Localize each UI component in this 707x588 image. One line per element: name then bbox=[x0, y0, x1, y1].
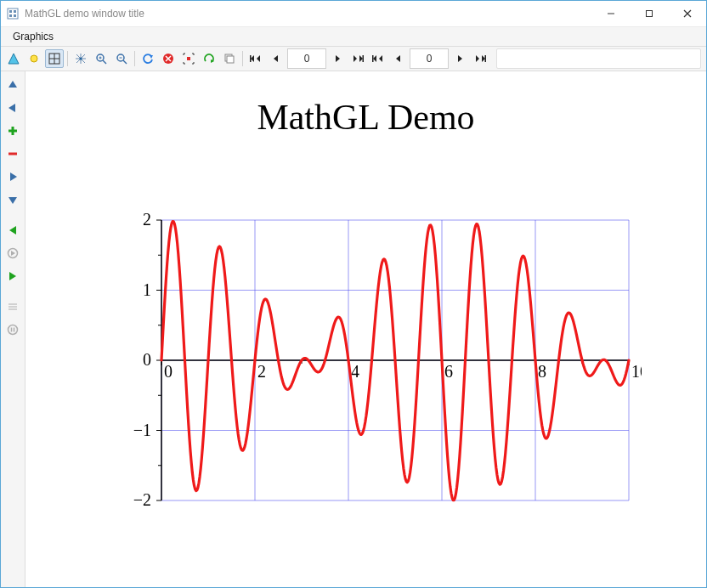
svg-text:1: 1 bbox=[143, 280, 151, 299]
svg-text:0: 0 bbox=[143, 350, 151, 369]
svg-marker-42 bbox=[373, 55, 376, 62]
nav2-last-button[interactable] bbox=[471, 49, 489, 68]
svg-text:10: 10 bbox=[631, 362, 642, 381]
svg-marker-47 bbox=[476, 55, 479, 62]
grid-toggle-button[interactable] bbox=[45, 49, 64, 68]
toolbar-separator bbox=[134, 51, 135, 66]
zoom-minus-button[interactable] bbox=[3, 144, 23, 164]
svg-rect-33 bbox=[227, 56, 234, 63]
zoom-fit-button[interactable] bbox=[179, 49, 198, 68]
plot-canvas[interactable]: MathGL Demo 0246810−2−1012 bbox=[25, 71, 706, 587]
list-button[interactable] bbox=[3, 297, 23, 317]
nav2-first-button[interactable] bbox=[369, 49, 387, 68]
svg-marker-48 bbox=[482, 55, 485, 62]
svg-text:−2: −2 bbox=[133, 490, 151, 509]
app-icon bbox=[6, 7, 20, 20]
svg-marker-38 bbox=[336, 55, 340, 62]
titlebar: MathGL demo window title bbox=[1, 1, 706, 27]
menubar: Graphics bbox=[1, 27, 706, 47]
svg-rect-1 bbox=[9, 10, 12, 13]
minimize-button[interactable] bbox=[591, 1, 630, 26]
svg-marker-50 bbox=[8, 81, 17, 88]
svg-rect-41 bbox=[363, 55, 365, 62]
move-left-button[interactable] bbox=[3, 98, 23, 118]
rotate-button[interactable] bbox=[71, 49, 90, 68]
svg-text:0: 0 bbox=[164, 362, 173, 381]
move-right-button[interactable] bbox=[3, 167, 23, 187]
alpha-button[interactable] bbox=[4, 49, 23, 68]
move-down-button[interactable] bbox=[3, 189, 23, 210]
toolbar-top bbox=[1, 47, 706, 71]
toolbar-spacer bbox=[496, 48, 701, 69]
window-title: MathGL demo window title bbox=[25, 8, 591, 20]
svg-rect-3 bbox=[9, 14, 12, 17]
copy-button[interactable] bbox=[220, 49, 239, 68]
play-back-button[interactable] bbox=[3, 220, 23, 240]
frame-a-input[interactable] bbox=[287, 48, 326, 69]
play-forward-button[interactable] bbox=[3, 266, 23, 286]
svg-text:6: 6 bbox=[444, 362, 453, 381]
svg-text:2: 2 bbox=[143, 210, 151, 229]
stop-button[interactable] bbox=[159, 49, 178, 68]
plot-svg: 0246810−2−1012 bbox=[115, 207, 642, 530]
cycle-button[interactable] bbox=[3, 243, 23, 263]
nav-prev-button[interactable] bbox=[267, 49, 286, 68]
svg-marker-45 bbox=[396, 55, 400, 62]
nav-next-button[interactable] bbox=[328, 49, 347, 68]
svg-text:8: 8 bbox=[538, 362, 546, 381]
svg-marker-37 bbox=[274, 55, 278, 62]
nav-first-button[interactable] bbox=[246, 49, 265, 68]
svg-rect-30 bbox=[187, 57, 190, 60]
frame-b-input[interactable] bbox=[410, 48, 449, 69]
toolbar-separator bbox=[67, 51, 68, 66]
svg-rect-4 bbox=[14, 14, 16, 17]
svg-marker-56 bbox=[8, 197, 17, 204]
redo-button[interactable] bbox=[200, 49, 218, 68]
svg-point-10 bbox=[31, 55, 37, 62]
light-button[interactable] bbox=[25, 49, 43, 68]
svg-marker-57 bbox=[9, 226, 16, 235]
svg-marker-59 bbox=[11, 251, 15, 256]
svg-marker-39 bbox=[354, 55, 357, 62]
svg-rect-43 bbox=[372, 55, 374, 62]
svg-rect-6 bbox=[646, 11, 652, 17]
svg-text:−1: −1 bbox=[133, 421, 151, 439]
svg-marker-36 bbox=[257, 55, 260, 62]
svg-marker-60 bbox=[9, 272, 16, 280]
svg-marker-26 bbox=[150, 55, 153, 59]
svg-line-20 bbox=[103, 60, 106, 64]
svg-rect-0 bbox=[8, 8, 18, 19]
refresh-button[interactable] bbox=[139, 49, 157, 68]
svg-rect-2 bbox=[14, 10, 16, 13]
svg-marker-40 bbox=[359, 55, 363, 62]
menu-graphics[interactable]: Graphics bbox=[8, 29, 59, 44]
svg-marker-44 bbox=[379, 55, 382, 62]
move-up-button[interactable] bbox=[3, 75, 23, 95]
nav2-prev-button[interactable] bbox=[389, 49, 408, 68]
svg-point-18 bbox=[80, 58, 82, 60]
maximize-button[interactable] bbox=[630, 1, 668, 26]
svg-marker-51 bbox=[8, 104, 15, 112]
svg-marker-9 bbox=[8, 54, 19, 64]
toolbar-side bbox=[1, 71, 25, 587]
svg-text:2: 2 bbox=[257, 362, 266, 381]
svg-text:4: 4 bbox=[351, 362, 359, 381]
svg-marker-46 bbox=[458, 55, 462, 62]
svg-marker-55 bbox=[10, 172, 17, 181]
svg-marker-34 bbox=[251, 55, 254, 62]
zoom-plus-button[interactable] bbox=[3, 121, 23, 141]
zoom-in-button[interactable] bbox=[92, 49, 110, 68]
svg-line-24 bbox=[123, 60, 127, 64]
nav2-next-button[interactable] bbox=[450, 49, 469, 68]
zoom-out-button[interactable] bbox=[112, 49, 131, 68]
toolbar-separator bbox=[242, 51, 243, 66]
nav-last-button[interactable] bbox=[348, 49, 367, 68]
plot-title: MathGL Demo bbox=[25, 97, 706, 138]
close-button[interactable] bbox=[668, 1, 706, 26]
svg-rect-35 bbox=[250, 55, 252, 62]
svg-point-64 bbox=[8, 325, 18, 335]
pause-button[interactable] bbox=[3, 319, 23, 340]
svg-rect-49 bbox=[485, 55, 487, 62]
